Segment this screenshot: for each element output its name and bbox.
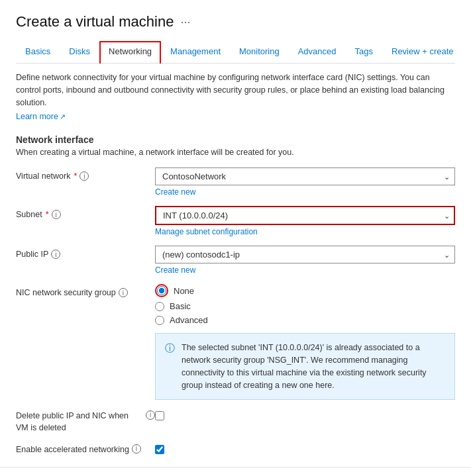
delete-public-ip-row: Delete public IP and NIC when VM is dele…: [16, 409, 455, 434]
required-marker: *: [74, 171, 77, 181]
public-ip-control: (new) contosodc1-ip ⌄ Create new: [155, 246, 455, 275]
virtual-network-row: Virtual network * i ContosoNetwork ⌄ Cre…: [16, 167, 455, 197]
public-ip-row: Public IP i (new) contosodc1-ip ⌄ Create…: [16, 246, 455, 275]
subnet-info-icon[interactable]: i: [52, 210, 61, 219]
nic-nsg-advanced-option[interactable]: Advanced: [155, 315, 455, 325]
accelerated-networking-checkbox[interactable]: [155, 445, 164, 454]
public-ip-create-new-link[interactable]: Create new: [155, 265, 195, 275]
page-title: Create a virtual machine ···: [16, 13, 455, 30]
delete-public-ip-label: Delete public IP and NIC when VM is dele…: [16, 409, 155, 434]
public-ip-label: Public IP i: [16, 246, 155, 259]
accelerated-networking-label: Enable accelerated networking i: [16, 443, 155, 456]
public-ip-select[interactable]: (new) contosodc1-ip: [155, 246, 455, 263]
accelerated-networking-row: Enable accelerated networking i: [16, 443, 455, 456]
section-title: Network interface: [16, 134, 455, 145]
delete-public-ip-checkbox[interactable]: [155, 411, 164, 420]
virtual-network-label: Virtual network * i: [16, 167, 155, 181]
section-description: When creating a virtual machine, a netwo…: [16, 148, 455, 157]
subnet-row: Subnet * i INT (10.0.0.0/24) ⌄ Manage su…: [16, 206, 455, 236]
nic-nsg-row: NIC network security group i None Basic …: [16, 284, 455, 400]
nic-nsg-advanced-radio[interactable]: [155, 316, 164, 325]
tab-disks[interactable]: Disks: [60, 41, 99, 63]
info-circle-icon: ⓘ: [165, 342, 175, 391]
learn-more-link[interactable]: Learn more ↗: [16, 112, 66, 121]
subnet-manage-link[interactable]: Manage subnet configuration: [155, 227, 258, 236]
tab-networking[interactable]: Networking: [99, 41, 161, 64]
virtual-network-control: ContosoNetwork ⌄ Create new: [155, 167, 455, 197]
delete-public-ip-control: [155, 409, 164, 420]
tab-bar: Basics Disks Networking Management Monit…: [16, 41, 455, 64]
accelerated-networking-control: [155, 443, 164, 454]
tab-management[interactable]: Management: [161, 41, 230, 63]
footer: Review + create < Previous Next : Manage…: [0, 467, 471, 476]
nic-nsg-none-radio[interactable]: [157, 286, 166, 295]
nic-nsg-basic-radio[interactable]: [155, 302, 164, 311]
nic-nsg-none-option[interactable]: None: [155, 284, 455, 297]
tab-basics[interactable]: Basics: [16, 41, 60, 63]
tab-monitoring[interactable]: Monitoring: [230, 41, 289, 63]
networking-description: Define network connectivity for your vir…: [16, 71, 455, 109]
accelerated-networking-info-icon[interactable]: i: [132, 444, 141, 453]
virtual-network-create-new-link[interactable]: Create new: [155, 187, 195, 197]
nic-nsg-basic-option[interactable]: Basic: [155, 301, 455, 311]
subnet-label: Subnet * i: [16, 206, 155, 219]
required-marker: *: [46, 210, 49, 219]
tab-tags[interactable]: Tags: [346, 41, 382, 63]
delete-ip-info-icon[interactable]: i: [146, 410, 155, 420]
nsg-info-box: ⓘ The selected subnet 'INT (10.0.0.0/24)…: [155, 333, 455, 400]
virtual-network-info-icon[interactable]: i: [79, 171, 89, 181]
tab-review-create[interactable]: Review + create: [382, 41, 463, 63]
external-link-icon: ↗: [60, 113, 66, 121]
page-title-dots: ···: [180, 15, 190, 29]
nic-nsg-label: NIC network security group i: [16, 284, 155, 297]
public-ip-select-wrapper: (new) contosodc1-ip ⌄: [155, 246, 455, 263]
nic-nsg-control: None Basic Advanced ⓘ The selected subne…: [155, 284, 455, 400]
nic-nsg-info-icon[interactable]: i: [119, 288, 128, 297]
subnet-select-wrapper: INT (10.0.0.0/24) ⌄: [155, 206, 455, 225]
subnet-select[interactable]: INT (10.0.0.0/24): [155, 206, 455, 225]
virtual-network-select[interactable]: ContosoNetwork: [155, 167, 455, 185]
nic-nsg-radio-group: None Basic Advanced: [155, 284, 455, 325]
public-ip-info-icon[interactable]: i: [51, 250, 60, 259]
subnet-control: INT (10.0.0.0/24) ⌄ Manage subnet config…: [155, 206, 455, 236]
virtual-network-select-wrapper: ContosoNetwork ⌄: [155, 167, 455, 185]
tab-advanced[interactable]: Advanced: [289, 41, 346, 63]
